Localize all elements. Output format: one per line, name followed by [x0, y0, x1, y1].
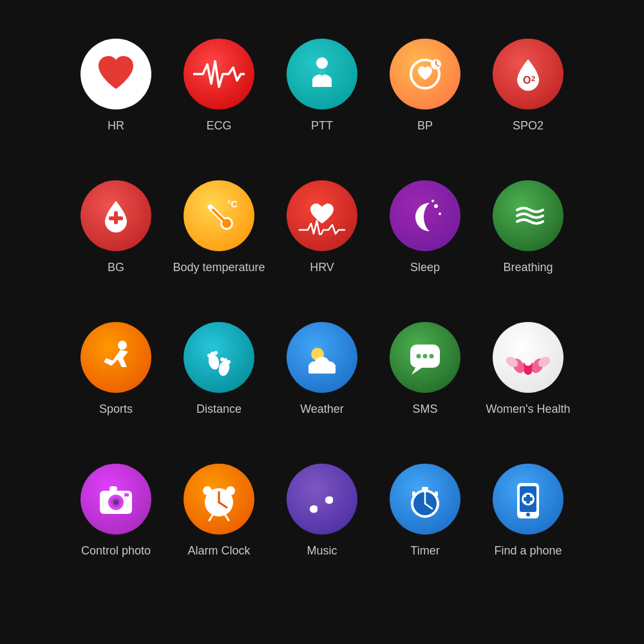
svg-point-15 — [439, 213, 441, 215]
label-alarmclock: Alarm Clock — [187, 544, 250, 558]
label-bp: BP — [417, 118, 433, 133]
item-spo2[interactable]: O 2 SPO2 — [477, 39, 580, 133]
svg-point-19 — [207, 354, 211, 357]
svg-text:2: 2 — [531, 75, 535, 82]
svg-point-23 — [227, 360, 231, 364]
icon-bp — [390, 39, 460, 109]
label-sports: Sports — [99, 402, 133, 417]
item-hr[interactable]: HR — [64, 39, 167, 133]
svg-point-52 — [226, 486, 235, 495]
svg-rect-62 — [424, 491, 426, 494]
item-weather[interactable]: Weather — [270, 322, 374, 417]
app-grid: HR ECG PTT — [58, 26, 586, 618]
svg-rect-46 — [109, 486, 117, 491]
label-womenshealth: Women's Health — [486, 402, 570, 417]
svg-point-41 — [524, 358, 532, 366]
svg-rect-47 — [124, 493, 129, 497]
icon-weather — [287, 322, 357, 393]
item-music[interactable]: Music — [270, 464, 374, 558]
item-distance[interactable]: Distance — [167, 322, 270, 417]
svg-rect-61 — [435, 491, 438, 497]
label-bodytemp: Body temperature — [173, 260, 265, 275]
svg-point-21 — [214, 351, 218, 355]
svg-point-51 — [203, 486, 212, 495]
svg-point-34 — [423, 354, 428, 359]
item-sms[interactable]: SMS — [374, 322, 477, 417]
svg-point-0 — [316, 57, 328, 69]
icon-sms — [390, 322, 460, 393]
item-hrv[interactable]: HRV — [270, 180, 374, 275]
svg-marker-32 — [412, 368, 422, 375]
icon-distance — [184, 322, 254, 393]
item-findaphone[interactable]: Find a phone — [477, 464, 580, 558]
label-bg: BG — [108, 260, 124, 275]
icon-hr — [80, 39, 151, 109]
label-weather: Weather — [300, 402, 344, 417]
svg-text:°C: °C — [227, 199, 238, 209]
item-sports[interactable]: Sports — [64, 322, 167, 417]
label-findaphone: Find a phone — [494, 544, 562, 558]
icon-findaphone — [493, 464, 564, 535]
svg-rect-60 — [412, 491, 415, 497]
label-sleep: Sleep — [410, 260, 440, 275]
label-ecg: ECG — [206, 118, 231, 133]
item-ptt[interactable]: PTT — [270, 39, 374, 133]
label-timer: Timer — [410, 544, 439, 558]
icon-hrv — [287, 180, 357, 251]
label-ptt: PTT — [311, 118, 333, 133]
item-alarmclock[interactable]: Alarm Clock — [167, 464, 270, 558]
svg-line-54 — [225, 515, 229, 520]
svg-point-33 — [417, 354, 421, 359]
svg-point-24 — [223, 358, 227, 362]
svg-point-17 — [118, 341, 127, 350]
icon-womenshealth — [493, 322, 564, 393]
svg-point-25 — [220, 357, 224, 361]
svg-point-45 — [113, 500, 118, 505]
svg-rect-8 — [109, 216, 123, 220]
svg-rect-67 — [524, 497, 533, 501]
icon-spo2: O 2 — [493, 39, 564, 109]
item-breathing[interactable]: Breathing — [477, 180, 580, 275]
icon-ptt — [287, 39, 357, 109]
item-womenshealth[interactable]: Women's Health — [477, 322, 580, 417]
svg-point-14 — [434, 204, 438, 208]
svg-line-53 — [209, 515, 213, 520]
icon-timer — [390, 464, 460, 535]
item-sleep[interactable]: Sleep — [374, 180, 477, 275]
svg-rect-30 — [308, 365, 336, 374]
label-controlphoto: Control photo — [81, 544, 151, 558]
label-breathing: Breathing — [503, 260, 553, 275]
item-timer[interactable]: Timer — [374, 464, 477, 558]
svg-point-68 — [526, 513, 530, 516]
icon-alarmclock — [184, 464, 254, 535]
svg-text:O: O — [523, 75, 531, 86]
item-controlphoto[interactable]: Control photo — [64, 464, 167, 558]
icon-bg — [80, 180, 151, 251]
svg-point-35 — [430, 354, 434, 359]
label-distance: Distance — [196, 402, 242, 417]
svg-point-20 — [211, 352, 214, 355]
icon-breathing — [493, 180, 564, 251]
svg-point-16 — [431, 200, 434, 202]
icon-sleep — [390, 180, 460, 251]
icon-ecg — [184, 39, 254, 109]
label-hr: HR — [108, 118, 124, 133]
icon-music — [287, 464, 357, 535]
svg-rect-59 — [422, 487, 428, 490]
item-bodytemp[interactable]: °C Body temperature — [167, 180, 270, 275]
item-bg[interactable]: BG — [64, 180, 167, 275]
label-spo2: SPO2 — [513, 118, 544, 133]
label-music: Music — [307, 544, 337, 558]
label-sms: SMS — [412, 402, 437, 417]
item-ecg[interactable]: ECG — [167, 39, 270, 133]
item-bp[interactable]: BP — [374, 39, 477, 133]
label-hrv: HRV — [310, 260, 334, 275]
icon-bodytemp: °C — [184, 180, 254, 251]
icon-sports — [80, 322, 151, 393]
icon-controlphoto — [80, 464, 151, 535]
